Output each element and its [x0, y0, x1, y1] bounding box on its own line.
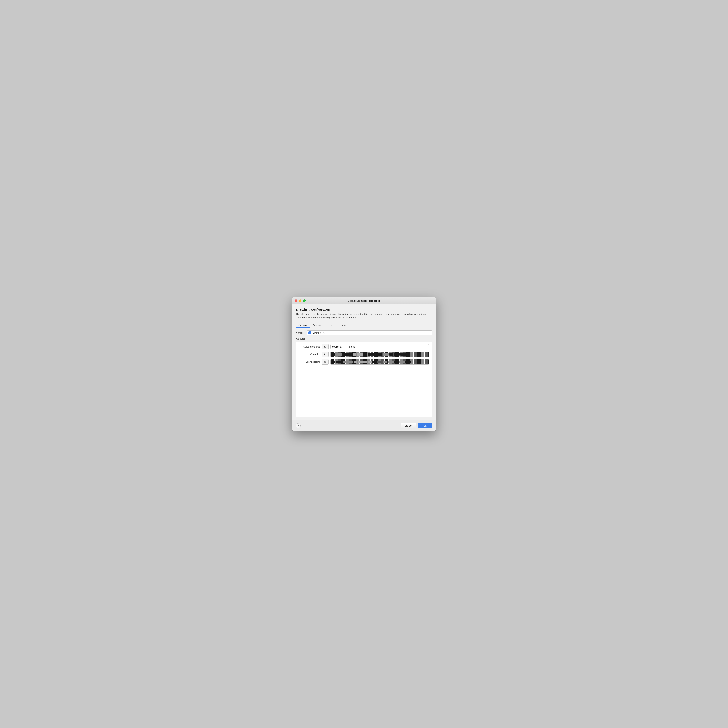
section-title: Einstein AI Configuration	[296, 308, 432, 311]
mask-block	[343, 361, 346, 363]
client-secret-label: Client secret:	[299, 360, 320, 363]
fx-icon: ƒx	[324, 353, 326, 356]
salesforce-org-label: Salesforce org:	[299, 345, 320, 348]
mask-block	[372, 353, 382, 356]
window-controls	[295, 299, 306, 302]
name-row: Name: i	[296, 330, 432, 335]
client-secret-fx-button[interactable]: ƒx	[322, 359, 329, 365]
mask-block	[372, 361, 376, 363]
salesforce-org-input[interactable]	[330, 344, 429, 349]
mask-block	[343, 353, 352, 356]
mask-block	[399, 361, 405, 363]
tabs-bar: General Advanced Notes Help	[296, 322, 432, 328]
fields-container: Salesforce org: ƒx Client id: ƒx	[296, 342, 432, 418]
client-id-label: Client id:	[299, 353, 320, 356]
mask-block	[405, 361, 411, 363]
mask-block	[332, 361, 335, 363]
section-description: This class represents an extension confi…	[296, 312, 432, 320]
dialog-body: Einstein AI Configuration This class rep…	[292, 304, 436, 420]
info-icon: i	[309, 331, 312, 335]
fx-icon: ƒx	[324, 345, 326, 348]
close-button[interactable]	[295, 299, 297, 302]
mask-block	[336, 361, 342, 363]
name-input-wrapper: i	[307, 330, 432, 335]
mask-block	[387, 361, 393, 363]
title-bar: Global Element Properties	[292, 297, 436, 304]
mask-block	[382, 353, 388, 356]
mask-block	[383, 361, 387, 363]
mask-block	[376, 361, 382, 363]
field-row-client-id: Client id: ƒx	[299, 352, 429, 357]
dialog-footer: ? Cancel OK	[292, 420, 436, 431]
mask-block	[393, 353, 400, 356]
cancel-button[interactable]: Cancel	[401, 423, 416, 428]
window-title: Global Element Properties	[347, 299, 381, 302]
mask-block	[347, 361, 353, 363]
mask-block	[353, 353, 356, 356]
field-row-salesforce-org: Salesforce org: ƒx	[299, 344, 429, 349]
mask-block	[357, 353, 363, 356]
mask-block	[368, 361, 372, 363]
tab-general[interactable]: General	[296, 322, 310, 327]
tab-help[interactable]: Help	[338, 322, 348, 327]
help-button[interactable]: ?	[296, 423, 301, 428]
fx-icon: ƒx	[324, 360, 326, 363]
tab-notes[interactable]: Notes	[326, 322, 338, 327]
mask-block	[389, 353, 393, 356]
general-subsection-label: General	[296, 337, 432, 340]
field-row-client-secret: Client secret: ƒx	[299, 359, 429, 365]
mask-block	[332, 353, 335, 356]
mask-block	[364, 353, 367, 356]
minimize-button[interactable]	[299, 299, 301, 302]
tab-advanced[interactable]: Advanced	[310, 322, 326, 327]
mask-block	[358, 361, 367, 363]
dialog-window: Global Element Properties Einstein AI Co…	[292, 297, 436, 431]
client-secret-masked-value	[330, 359, 429, 365]
salesforce-org-fx-button[interactable]: ƒx	[322, 344, 329, 349]
tab-content-general: Name: i General Salesforce org: ƒx	[296, 328, 432, 420]
mask-block	[368, 353, 372, 356]
mask-block	[336, 353, 342, 356]
mask-block	[401, 353, 410, 356]
client-id-fx-button[interactable]: ƒx	[322, 352, 329, 357]
mask-block	[354, 361, 357, 363]
maximize-button[interactable]	[303, 299, 306, 302]
client-id-masked-value	[330, 352, 429, 357]
name-label: Name:	[296, 331, 305, 334]
ok-button[interactable]: OK	[418, 423, 432, 428]
footer-buttons: Cancel OK	[401, 423, 432, 428]
mask-block	[394, 361, 398, 363]
name-input[interactable]	[313, 331, 431, 334]
